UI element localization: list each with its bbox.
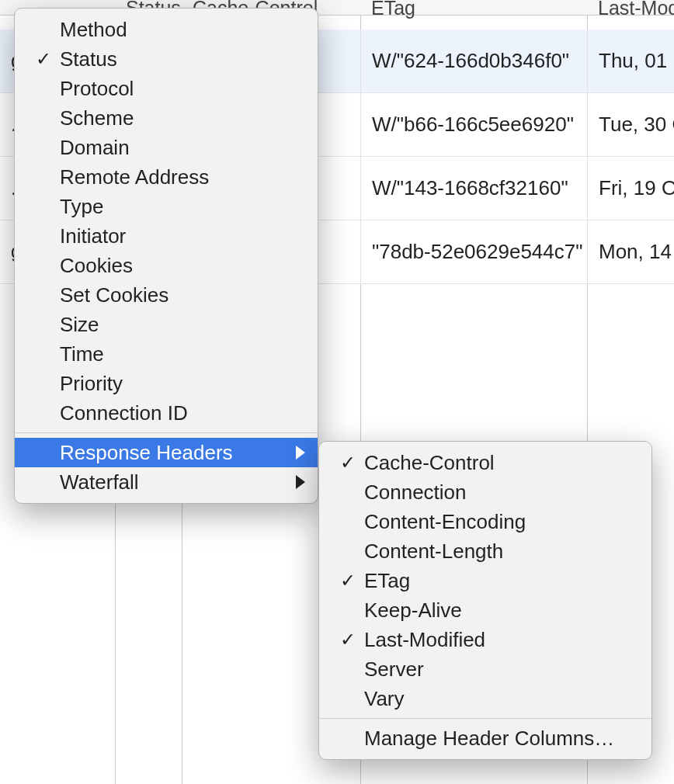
submenu-item-server[interactable]: Server — [319, 654, 651, 684]
menu-item-label: Scheme — [60, 106, 134, 130]
menu-separator — [15, 432, 318, 433]
cell-etag: W/"b66-166c5ee6920" — [360, 93, 587, 156]
menu-separator — [319, 718, 651, 719]
menu-item-priority[interactable]: Priority — [15, 369, 318, 398]
check-icon: ✓ — [336, 448, 360, 477]
menu-item-label: Domain — [60, 136, 130, 159]
response-headers-submenu: ✓ Cache-Control Connection Content-Encod… — [318, 441, 652, 760]
menu-item-label: Size — [60, 313, 99, 336]
menu-item-label: Connection — [364, 480, 467, 504]
menu-item-label: ETag — [364, 569, 410, 592]
menu-item-type[interactable]: Type — [15, 192, 318, 221]
check-icon: ✓ — [32, 44, 55, 74]
submenu-item-manage-header-columns[interactable]: Manage Header Columns… — [319, 723, 651, 753]
menu-item-label: Last-Modified — [364, 628, 485, 651]
menu-item-connection-id[interactable]: Connection ID — [15, 398, 318, 428]
submenu-item-last-modified[interactable]: ✓ Last-Modified — [319, 625, 651, 654]
menu-item-label: Manage Header Columns… — [364, 727, 614, 750]
header-etag[interactable]: ETag — [360, 0, 587, 16]
menu-item-method[interactable]: Method — [15, 15, 318, 44]
cell-etag: W/"624-166d0b346f0" — [360, 29, 587, 92]
menu-item-label: Response Headers — [60, 441, 233, 464]
menu-item-waterfall[interactable]: Waterfall — [15, 467, 318, 497]
submenu-item-vary[interactable]: Vary — [319, 684, 651, 713]
menu-item-set-cookies[interactable]: Set Cookies — [15, 280, 318, 310]
chevron-right-icon — [296, 446, 305, 460]
menu-item-initiator[interactable]: Initiator — [15, 221, 318, 251]
menu-item-time[interactable]: Time — [15, 339, 318, 369]
menu-item-label: Method — [60, 18, 127, 41]
menu-item-label: Content-Encoding — [364, 510, 526, 533]
menu-item-scheme[interactable]: Scheme — [15, 103, 318, 133]
menu-item-label: Content-Length — [364, 539, 503, 563]
menu-item-label: Initiator — [60, 224, 126, 248]
cell-last: Fri, 19 Oc — [587, 157, 674, 220]
menu-item-label: Vary — [364, 687, 405, 710]
menu-item-protocol[interactable]: Protocol — [15, 74, 318, 103]
menu-item-domain[interactable]: Domain — [15, 133, 318, 162]
menu-item-label: Priority — [60, 372, 123, 395]
cell-last: Tue, 30 O — [587, 93, 674, 156]
menu-item-label: Keep-Alive — [364, 598, 462, 622]
menu-item-label: Set Cookies — [60, 283, 168, 307]
menu-item-label: Connection ID — [60, 401, 188, 425]
column-context-menu: Method ✓ Status Protocol Scheme Domain R… — [14, 8, 318, 504]
cell-etag: "78db-52e0629e544c7" — [360, 220, 587, 283]
submenu-item-etag[interactable]: ✓ ETag — [319, 566, 651, 595]
menu-item-label: Type — [60, 195, 103, 218]
menu-item-cookies[interactable]: Cookies — [15, 251, 318, 280]
submenu-item-cache-control[interactable]: ✓ Cache-Control — [319, 448, 651, 477]
chevron-right-icon — [296, 475, 305, 489]
menu-item-status[interactable]: ✓ Status — [15, 44, 318, 74]
submenu-item-content-length[interactable]: Content-Length — [319, 536, 651, 566]
submenu-item-keep-alive[interactable]: Keep-Alive — [319, 595, 651, 625]
menu-item-label: Server — [364, 657, 424, 681]
menu-item-label: Waterfall — [60, 470, 139, 494]
check-icon: ✓ — [336, 566, 360, 595]
header-last[interactable]: Last-Mod — [587, 0, 674, 16]
menu-item-size[interactable]: Size — [15, 310, 318, 339]
cell-etag: W/"143-1668cf32160" — [360, 157, 587, 220]
menu-item-label: Cookies — [60, 254, 133, 277]
menu-item-response-headers[interactable]: Response Headers — [15, 438, 318, 467]
menu-item-remote-address[interactable]: Remote Address — [15, 162, 318, 192]
menu-item-label: Remote Address — [60, 165, 209, 189]
menu-item-label: Status — [60, 47, 117, 71]
menu-item-label: Cache-Control — [364, 451, 495, 474]
menu-item-label: Protocol — [60, 77, 134, 100]
check-icon: ✓ — [336, 625, 360, 654]
menu-item-label: Time — [60, 342, 104, 366]
submenu-item-connection[interactable]: Connection — [319, 477, 651, 507]
cell-last: Mon, 14 M — [587, 220, 674, 283]
cell-last: Thu, 01 N — [587, 29, 674, 92]
submenu-item-content-encoding[interactable]: Content-Encoding — [319, 507, 651, 536]
